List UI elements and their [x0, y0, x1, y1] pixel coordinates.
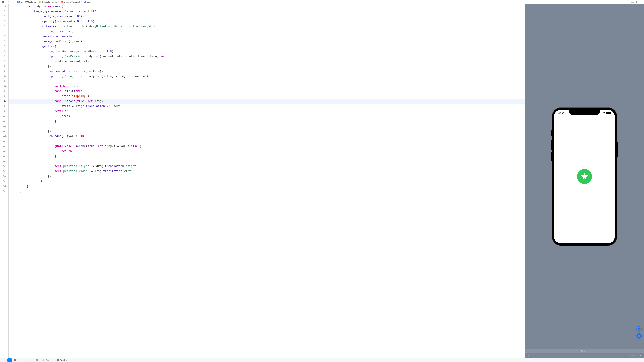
breadcrumb-item[interactable]: ContentView.swift: [64, 1, 80, 3]
breadcrumb: ⎋ SwiftUIGestures 〉 ▮ SwiftUIGestures 〉 …: [17, 0, 91, 3]
add-editor-icon[interactable]: [640, 0, 643, 4]
breadcrumb-item[interactable]: SwiftUIGestures: [42, 1, 57, 3]
chevron-right-icon: 〉: [58, 0, 60, 3]
debug-memory-graph-button[interactable]: [40, 358, 44, 362]
chevron-right-icon: 〉: [36, 0, 38, 3]
back-button[interactable]: [7, 0, 10, 4]
step-out-button[interactable]: ↑: [29, 358, 33, 362]
debug-view-hierarchy-button[interactable]: [36, 358, 40, 362]
editor-mode-icon[interactable]: [631, 0, 634, 4]
device-screen[interactable]: 09:41: [554, 110, 615, 244]
related-items-icon[interactable]: [1, 0, 4, 4]
zoom-in-button[interactable]: +: [639, 354, 642, 358]
star-circle-fill-icon[interactable]: [577, 169, 592, 184]
battery-icon: [606, 112, 610, 114]
chevron-right-icon: 〉: [81, 0, 83, 3]
breadcrumb-item[interactable]: body: [87, 1, 92, 3]
preview-process-label[interactable]: Preview: [57, 359, 68, 361]
project-icon: ⎋: [17, 0, 20, 3]
jump-bar: ⎋ SwiftUIGestures 〉 ▮ SwiftUIGestures 〉 …: [0, 0, 644, 4]
pin-preview-button[interactable]: [526, 354, 530, 358]
svg-rect-0: [2, 1, 3, 2]
continue-execution-button[interactable]: [8, 358, 12, 362]
svg-point-25: [46, 359, 47, 360]
svg-rect-13: [2, 359, 4, 361]
separator: [6, 0, 6, 3]
svg-line-24: [42, 360, 43, 361]
preview-canvas[interactable]: 09:41: [525, 4, 644, 349]
device-status-bar: 09:41: [554, 112, 615, 114]
debug-bar: ⤻ ↓ ↑ ➤ Preview: [0, 358, 644, 362]
device-side-button: [551, 130, 552, 136]
preview-label: Preview: [580, 350, 588, 352]
swift-file-icon: ◆: [60, 0, 63, 3]
svg-rect-16: [14, 359, 14, 361]
adjust-editor-options-icon[interactable]: [635, 0, 638, 4]
device-frame: 09:41: [552, 108, 617, 246]
svg-rect-4: [631, 1, 634, 1]
process-icon: [57, 359, 59, 361]
preview-toolbar: − 88% +: [525, 353, 644, 358]
device-side-button: [617, 142, 618, 157]
folder-icon: ▮: [39, 0, 41, 3]
svg-line-23: [42, 360, 43, 360]
forward-button[interactable]: [11, 0, 15, 4]
simulate-location-button[interactable]: ➤: [50, 358, 54, 362]
zoom-out-button[interactable]: −: [628, 354, 632, 358]
svg-rect-8: [637, 1, 638, 3]
property-icon: P: [84, 0, 86, 3]
canvas-preview-pane: 09:41 Preview: [525, 4, 644, 358]
svg-rect-5: [631, 2, 634, 2]
svg-rect-3: [3, 2, 4, 3]
svg-rect-17: [15, 359, 16, 361]
wifi-icon: [602, 112, 605, 114]
preview-label-bar: Preview: [525, 349, 644, 353]
separator: [16, 0, 16, 3]
environment-overrides-button[interactable]: [46, 358, 50, 362]
line-gutter: 1920212223242526272829303132333435363738…: [0, 4, 8, 358]
svg-rect-28: [48, 360, 48, 361]
device-side-button: [551, 140, 552, 150]
svg-rect-6: [631, 2, 634, 3]
code-area[interactable]: var body: some View { Image(systemName: …: [9, 4, 525, 358]
inspect-preview-button[interactable]: [636, 333, 642, 338]
zoom-level[interactable]: 88%: [633, 354, 638, 357]
svg-rect-1: [3, 1, 4, 2]
breadcrumb-item[interactable]: SwiftUIGestures: [20, 1, 36, 3]
svg-rect-2: [2, 2, 3, 3]
live-preview-button[interactable]: [636, 326, 642, 332]
device-side-button: [551, 152, 552, 161]
svg-rect-7: [636, 1, 637, 3]
device-time: 09:41: [558, 112, 565, 114]
pause-button[interactable]: [13, 358, 17, 362]
step-over-button[interactable]: ⤻: [19, 358, 23, 362]
hide-debug-area-button[interactable]: [1, 358, 5, 362]
step-into-button[interactable]: ↓: [24, 358, 28, 362]
svg-point-11: [604, 113, 604, 114]
source-editor[interactable]: 1920212223242526272829303132333435363738…: [0, 4, 525, 358]
svg-rect-15: [10, 359, 10, 361]
